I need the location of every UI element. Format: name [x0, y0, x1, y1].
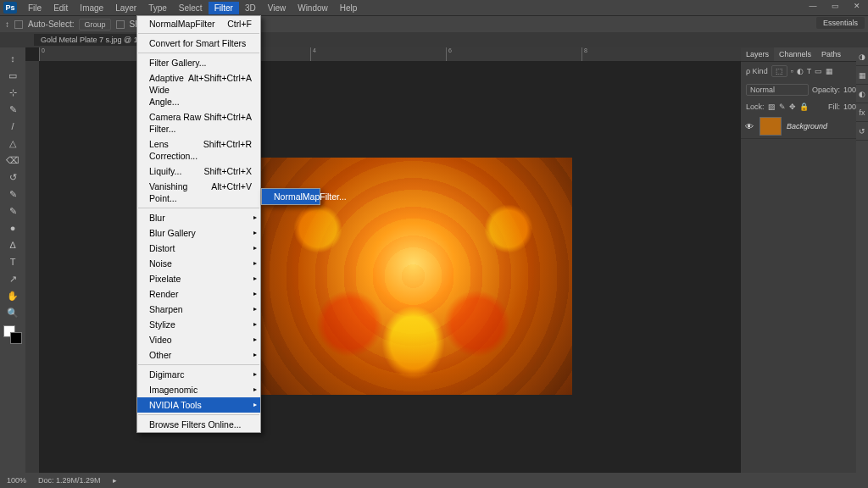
menu-item-vanishing-point[interactable]: Vanishing Point...Alt+Ctrl+V: [137, 179, 260, 206]
filter-image-icon[interactable]: ▫: [791, 67, 793, 75]
menu-image[interactable]: Image: [74, 2, 109, 14]
menu-item-other[interactable]: Other▸: [137, 347, 260, 363]
menu-bar: Ps File Edit Image Layer Type Select Fil…: [0, 0, 868, 15]
auto-select-target[interactable]: Group: [79, 19, 110, 30]
document-tabs: Gold Metal Plate 7 s.jpg @ 100% (RGB/8): [0, 32, 868, 47]
menu-file[interactable]: File: [22, 2, 47, 14]
menu-select[interactable]: Select: [173, 2, 209, 14]
menu-type[interactable]: Type: [142, 2, 173, 14]
lasso-tool[interactable]: ⊹: [3, 85, 22, 100]
marquee-tool[interactable]: ▭: [3, 68, 22, 83]
wand-tool[interactable]: ✎: [3, 102, 22, 117]
auto-select-checkbox[interactable]: [14, 20, 23, 29]
menu-item-imagenomic[interactable]: Imagenomic▸: [137, 382, 260, 397]
menu-item-liquify[interactable]: Liquify...Shift+Ctrl+X: [137, 164, 260, 179]
path-tool[interactable]: ↗: [3, 271, 22, 286]
brush-tool[interactable]: ↺: [3, 169, 22, 185]
show-transform-checkbox[interactable]: [116, 20, 125, 29]
menu-item-label: Distort: [149, 242, 175, 254]
lock-transparency-icon[interactable]: ▨: [768, 103, 776, 111]
menu-item-convert-smart[interactable]: Convert for Smart Filters: [137, 36, 260, 51]
history-brush-tool[interactable]: ✎: [3, 203, 22, 219]
submenu-arrow-icon: ▸: [253, 384, 257, 396]
ruler-tick: 6: [446, 47, 581, 61]
color-swatches[interactable]: [3, 325, 22, 344]
menu-edit[interactable]: Edit: [47, 2, 74, 14]
lock-image-icon[interactable]: ✎: [779, 103, 786, 111]
menu-item-sharpen[interactable]: Sharpen▸: [137, 302, 260, 317]
eyedrop-tool[interactable]: △: [3, 136, 22, 151]
hand-tool[interactable]: ✋: [3, 288, 22, 303]
menu-item-last-filter[interactable]: NormalMapFilter Ctrl+F: [137, 16, 260, 31]
filter-shape-icon[interactable]: ▭: [815, 67, 822, 75]
tab-layers[interactable]: Layers: [741, 47, 774, 61]
menu-item-shortcut: Shift+Ctrl+R: [203, 138, 252, 162]
menu-item-lens-correction[interactable]: Lens Correction...Shift+Ctrl+R: [137, 136, 260, 164]
move-tool[interactable]: ↕: [3, 51, 22, 66]
filter-adjust-icon[interactable]: ◐: [797, 67, 804, 75]
menu-item-label: Vanishing Point...: [149, 180, 211, 204]
history-panel-icon[interactable]: ↺: [856, 122, 868, 141]
menu-item-filter-gallery[interactable]: Filter Gallery...: [137, 55, 260, 70]
menu-separator: [138, 33, 259, 34]
adjustments-panel-icon[interactable]: ◐: [856, 85, 868, 103]
styles-panel-icon[interactable]: fx: [856, 103, 868, 122]
menu-item-render[interactable]: Render▸: [137, 286, 260, 302]
gradient-tool[interactable]: ∆: [3, 237, 22, 252]
zoom-level[interactable]: 100%: [7, 476, 26, 485]
menu-item-noise[interactable]: Noise▸: [137, 256, 260, 271]
layer-thumbnail[interactable]: [760, 117, 782, 136]
doc-info-arrow-icon[interactable]: ▸: [113, 476, 117, 485]
menu-item-blur[interactable]: Blur▸: [137, 210, 260, 225]
menu-item-video[interactable]: Video▸: [137, 332, 260, 347]
menu-item-blur-gallery[interactable]: Blur Gallery▸: [137, 225, 260, 241]
background-color[interactable]: [10, 332, 22, 344]
lock-position-icon[interactable]: ✥: [789, 103, 796, 111]
menu-help[interactable]: Help: [334, 2, 364, 14]
submenu-item-normalmapfilter[interactable]: NormalMapFilter...: [262, 189, 320, 204]
minimize-button[interactable]: —: [802, 0, 824, 14]
heal-tool[interactable]: ⌫: [3, 152, 22, 168]
tab-channels[interactable]: Channels: [774, 47, 816, 61]
move-tool-icon[interactable]: ↕: [5, 19, 9, 29]
visibility-icon[interactable]: 👁: [744, 122, 754, 131]
menu-item-stylize[interactable]: Stylize▸: [137, 317, 260, 332]
menu-item-digimarc[interactable]: Digimarc▸: [137, 367, 260, 382]
menu-filter[interactable]: Filter: [209, 2, 239, 14]
menu-item-adaptive-wide-angle[interactable]: Adaptive Wide Angle...Alt+Shift+Ctrl+A: [137, 70, 260, 109]
submenu-arrow-icon: ▸: [253, 212, 257, 224]
type-tool[interactable]: T: [3, 254, 22, 269]
menu-separator: [138, 208, 259, 208]
menu-item-browse-filters[interactable]: Browse Filters Online...: [137, 417, 260, 432]
menu-view[interactable]: View: [262, 2, 292, 14]
filter-menu-dropdown: NormalMapFilter Ctrl+F Convert for Smart…: [136, 15, 261, 433]
lock-all-icon[interactable]: 🔒: [799, 103, 809, 111]
menu-item-nvidia-tools[interactable]: NVIDIA Tools▸: [137, 397, 260, 413]
crop-tool[interactable]: /: [3, 119, 22, 134]
close-button[interactable]: ✕: [846, 0, 868, 14]
menu-item-pixelate[interactable]: Pixelate▸: [137, 271, 260, 286]
tab-paths[interactable]: Paths: [816, 47, 846, 61]
blend-mode-select[interactable]: Normal: [746, 84, 809, 96]
menu-layer[interactable]: Layer: [109, 2, 142, 14]
menu-item-distort[interactable]: Distort▸: [137, 241, 260, 256]
stamp-tool[interactable]: ✎: [3, 186, 22, 202]
swatches-panel-icon[interactable]: ▦: [856, 66, 868, 85]
layer-name[interactable]: Background: [787, 122, 827, 130]
eraser-tool[interactable]: ●: [3, 220, 22, 236]
menu-window[interactable]: Window: [292, 2, 334, 14]
filter-type-icon[interactable]: T: [807, 67, 812, 75]
kind-filter[interactable]: ⬚: [771, 65, 787, 77]
menu-3d[interactable]: 3D: [239, 2, 262, 14]
color-panel-icon[interactable]: ◑: [856, 47, 868, 66]
workspace-picker[interactable]: Essentials: [816, 17, 865, 29]
doc-info[interactable]: Doc: 1.29M/1.29M: [38, 476, 101, 485]
menu-item-label: Liquify...: [149, 165, 181, 177]
zoom-tool[interactable]: 🔍: [3, 305, 22, 320]
layer-row[interactable]: 👁 Background 🔒: [741, 114, 868, 139]
filter-smart-icon[interactable]: ▦: [826, 67, 833, 75]
maximize-button[interactable]: ▭: [824, 0, 846, 14]
menu-item-label: NormalMapFilter: [149, 18, 215, 30]
canvas-area[interactable]: 0 2 4 6 8: [25, 47, 741, 473]
menu-item-camera-raw[interactable]: Camera Raw Filter...Shift+Ctrl+A: [137, 109, 260, 136]
